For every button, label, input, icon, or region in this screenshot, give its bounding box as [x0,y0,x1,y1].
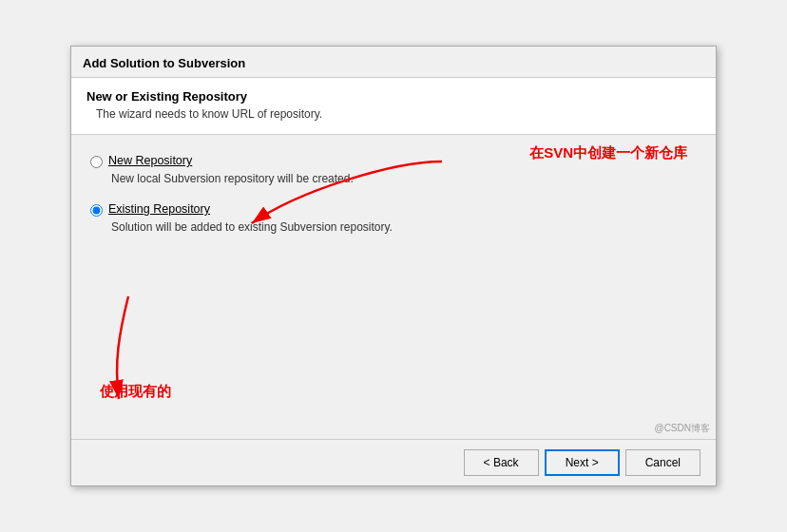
cancel-button[interactable]: Cancel [625,449,701,476]
watermark: @CSDN博客 [655,422,711,435]
annotation-existing-text: 使用现有的 [100,383,171,401]
dialog-titlebar: Add Solution to Subversion [71,47,716,77]
existing-repository-option: Existing Repository Solution will be add… [90,202,697,234]
add-solution-dialog: Add Solution to Subversion New or Existi… [70,46,717,486]
existing-repository-desc: Solution will be added to existing Subve… [111,220,697,234]
header-description: The wizard needs to know URL of reposito… [96,107,701,121]
annotation-new-text: 在SVN中创建一个新仓库 [529,144,687,162]
new-repository-desc: New local Subversion repository will be … [111,172,697,185]
dialog-footer: < Back Next > Cancel [71,439,716,485]
new-repository-radio[interactable] [90,156,103,168]
dialog-body: 在SVN中创建一个新仓库 New Repository New local Su… [71,135,716,439]
back-button[interactable]: < Back [464,449,539,476]
dialog-title: Add Solution to Subversion [83,56,245,70]
dialog-header: New or Existing Repository The wizard ne… [71,77,716,135]
new-repository-label[interactable]: New Repository [108,154,192,167]
next-button[interactable]: Next > [545,449,620,476]
existing-repository-label[interactable]: Existing Repository [108,202,210,216]
header-title: New or Existing Repository [86,89,701,104]
existing-repository-radio[interactable] [90,204,103,217]
